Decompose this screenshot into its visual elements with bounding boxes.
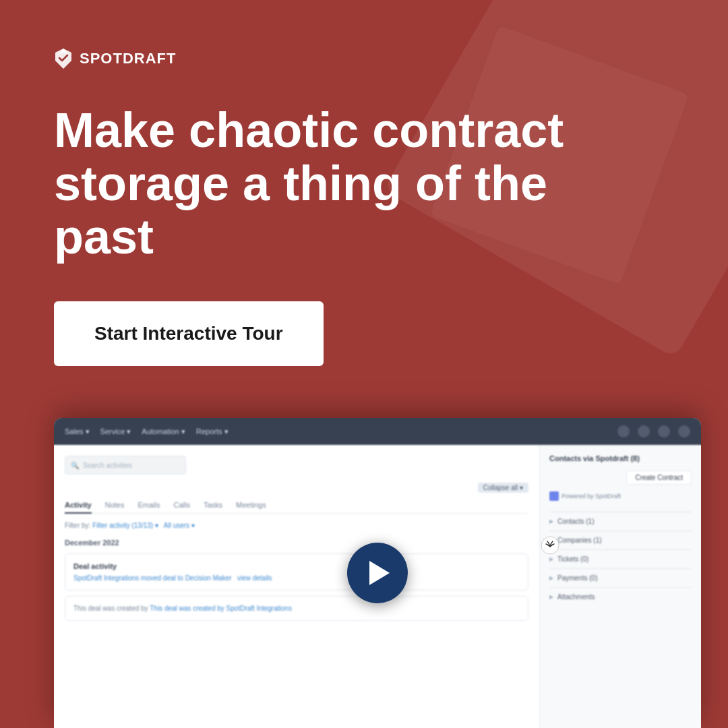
start-interactive-tour-button[interactable]: Start Interactive Tour (54, 301, 324, 366)
logo-text: SPOTDRAFT (80, 50, 176, 67)
play-triangle-icon (369, 561, 390, 585)
screenshot-wrapper: Sales ▾ Service ▾ Automation ▾ Reports ▾ (54, 418, 701, 728)
headline-line1: Make chaotic contract (54, 103, 564, 157)
logo-text-bold: DRAFT (123, 50, 177, 67)
play-button[interactable] (347, 543, 408, 603)
headline-line2: storage a thing of the past (54, 156, 547, 264)
screenshot-frame: Sales ▾ Service ▾ Automation ▾ Reports ▾ (54, 418, 701, 728)
logo: SPOTDRAFT (54, 47, 674, 70)
page-container: SPOTDRAFT Make chaotic contract storage … (0, 0, 728, 728)
logo-text-light: SPOT (80, 50, 123, 67)
headline: Make chaotic contract storage a thing of… (54, 104, 580, 264)
spotdraft-logo-icon (54, 47, 73, 70)
ss-cursor-icon (541, 536, 559, 555)
main-content: SPOTDRAFT Make chaotic contract storage … (0, 0, 728, 403)
